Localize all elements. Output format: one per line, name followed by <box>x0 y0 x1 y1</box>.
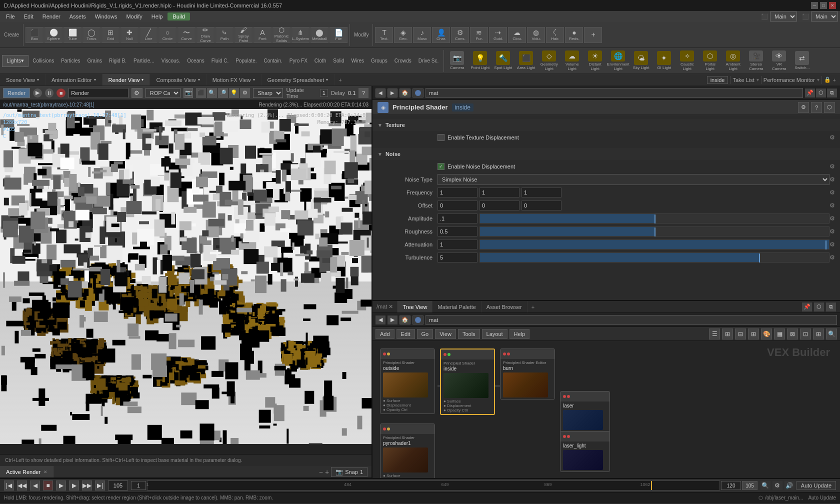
tools-node-btn[interactable]: Tools <box>458 329 480 339</box>
render-icons-btn2[interactable]: 🔍 <box>207 88 217 98</box>
edit-node-btn[interactable]: Edit <box>396 329 415 339</box>
render-play-btn[interactable]: ▶ <box>33 88 42 98</box>
menu-edit[interactable]: Edit <box>20 12 38 20</box>
oceans-btn[interactable]: Oceans <box>184 57 207 64</box>
tool-metaball[interactable]: ⬤Metaball <box>310 27 328 43</box>
timeline-prev-btn[interactable]: ◀◀ <box>17 480 27 490</box>
render-settings-btn[interactable]: ⚙ <box>132 88 142 98</box>
shader-forward-btn[interactable]: ▶ <box>388 88 398 98</box>
timeline-frame-input[interactable] <box>108 480 128 490</box>
portal-light-tool[interactable]: ⬡ Portal Light <box>699 50 721 72</box>
menu-windows[interactable]: Windows <box>91 12 122 20</box>
tree-view-tab[interactable]: Tree View <box>398 301 432 312</box>
lock-icon[interactable]: 🔒 <box>824 76 831 83</box>
attenuation-gear[interactable]: ⚙ <box>830 241 835 248</box>
tool-draw-curve[interactable]: ✏Draw Curve <box>196 27 214 43</box>
tool-grid[interactable]: ⊞Grid <box>102 27 120 43</box>
tool-text[interactable]: TText. <box>375 27 393 43</box>
groups-btn[interactable]: Groups <box>368 57 390 64</box>
render-image-canvas[interactable] <box>0 109 372 454</box>
node-outside[interactable]: Principled Shader outside ● Surface ● Di… <box>380 348 435 414</box>
snap-minus-btn[interactable]: − <box>319 468 323 476</box>
tool-curve[interactable]: 〜Curve <box>178 27 196 43</box>
tab-render-view[interactable]: Render View ▾ <box>102 74 150 86</box>
tool-cons[interactable]: ⚙Cons. <box>451 27 469 43</box>
render-icons-btn5[interactable]: ⚙ <box>240 88 250 98</box>
workspace-selector-2[interactable]: Main <box>811 12 838 22</box>
roughness-slider[interactable] <box>480 226 830 236</box>
tool-clou[interactable]: ☁Clou. <box>508 27 526 43</box>
node-back-btn[interactable]: ◀ <box>376 316 386 324</box>
take-list-btn[interactable]: Take List <box>732 77 754 83</box>
freq-z-input[interactable] <box>522 188 562 198</box>
tool-hair[interactable]: 〱Hair. <box>546 27 564 43</box>
timeline-play-fwd-btn[interactable]: ▶ <box>69 480 79 490</box>
shader-home-btn[interactable]: 🏠 <box>400 88 410 98</box>
maximize-btn[interactable]: □ <box>820 2 827 9</box>
render-icons-btn1[interactable]: ⬛ <box>196 88 206 98</box>
amplitude-slider[interactable] <box>480 214 830 224</box>
node-home-btn[interactable]: 🏠 <box>400 316 410 324</box>
mat-close-tab[interactable]: /mat ✕ <box>372 301 398 312</box>
modify-menu-btn[interactable]: Modify <box>352 31 370 38</box>
timeline-audio-btn[interactable]: 🔊 <box>784 481 794 490</box>
shader-pin-btn[interactable]: 📌 <box>805 88 815 98</box>
context-add-btn[interactable]: + <box>833 77 836 83</box>
pyrofx-btn[interactable]: Pyro FX <box>286 57 310 64</box>
timeline-next-btn[interactable]: ▶▶ <box>82 480 92 490</box>
render-icons-btn4[interactable]: 💡 <box>229 88 239 98</box>
geo-light-tool[interactable]: ◇ Geometry Light <box>538 50 560 72</box>
distant-light-tool[interactable]: ☀ Distant Light <box>584 50 606 72</box>
noise-enable-gear[interactable]: ⚙ <box>830 163 835 170</box>
sky-light-tool[interactable]: 🌤 Sky Light <box>630 50 652 72</box>
active-render-tab[interactable]: Active Render ✕ <box>0 466 54 478</box>
contain-btn[interactable]: Contain. <box>260 57 285 64</box>
cloth-btn[interactable]: Cloth <box>312 57 329 64</box>
menu-assets[interactable]: Assets <box>66 12 90 20</box>
offset-z-input[interactable] <box>522 200 562 210</box>
shader-help-btn[interactable]: ? <box>811 102 822 113</box>
node-pyroshader1[interactable]: Principled Shader pyroshader1 ● Surface … <box>380 424 435 478</box>
go-node-btn[interactable]: Go <box>417 329 434 339</box>
area-light-tool[interactable]: ⬛ Area Light <box>515 50 537 72</box>
tab-geometry-spreadsheet[interactable]: Geometry Spreadsheet ▾ <box>262 74 335 86</box>
tab-scene-view[interactable]: Scene View ▾ <box>0 74 46 86</box>
minimize-btn[interactable]: ─ <box>811 2 818 9</box>
node-forward-btn[interactable]: ▶ <box>388 316 398 324</box>
wires-btn[interactable]: Wires <box>348 57 367 64</box>
close-btn[interactable]: ✕ <box>829 2 836 9</box>
render-help-btn[interactable]: ? <box>358 88 368 98</box>
tool-add-more[interactable]: + <box>584 27 602 43</box>
tab-animation-editor[interactable]: Animation Editor ▾ <box>46 74 102 86</box>
snap-plus-btn[interactable]: + <box>325 468 329 476</box>
node-grid-view-btn[interactable]: ⊞ <box>722 328 733 340</box>
build-button[interactable]: Build <box>168 12 190 20</box>
node-layout-btn[interactable]: ⊞ <box>813 328 824 340</box>
enable-noise-checkbox[interactable]: ✓ <box>438 163 444 170</box>
switch-tool[interactable]: ⇄ Switch... <box>791 50 813 72</box>
tool-torus[interactable]: ◯Torus <box>82 27 100 43</box>
tool-guid[interactable]: ⇢Guid. <box>489 27 507 43</box>
menu-help[interactable]: Help <box>148 12 167 20</box>
node-sort-btn[interactable]: ⊠ <box>787 328 798 340</box>
populate-btn[interactable]: Populate. <box>232 57 260 64</box>
shader-back-btn[interactable]: ◀ <box>376 88 386 98</box>
tool-path[interactable]: ⤷Path <box>216 27 234 43</box>
particle-btn[interactable]: Particle... <box>130 57 158 64</box>
rop-camera-selector[interactable]: ROP Camera <box>146 88 180 98</box>
timeline-stop-btn[interactable]: ■ <box>43 480 53 490</box>
tool-volu[interactable]: ◍Volu. <box>527 27 545 43</box>
amplitude-input[interactable] <box>438 214 478 224</box>
tool-circle[interactable]: ○Circle <box>158 27 176 43</box>
timeline-zoom-out-btn[interactable]: 🔍 <box>760 481 770 490</box>
solid-btn[interactable]: Solid <box>330 57 347 64</box>
render-icons-btn3[interactable]: 🔎 <box>218 88 228 98</box>
offset-y-input[interactable] <box>480 200 520 210</box>
attenuation-input[interactable] <box>438 240 478 250</box>
attenuation-slider[interactable] <box>480 240 830 250</box>
shader-expand2-btn[interactable]: ⬡ <box>824 102 835 113</box>
timeline-start-input[interactable] <box>131 481 146 490</box>
tool-file[interactable]: 📄File <box>330 27 348 43</box>
timeline-play-btn[interactable]: ▶ <box>56 480 66 490</box>
tool-line[interactable]: ╱Line <box>140 27 158 43</box>
